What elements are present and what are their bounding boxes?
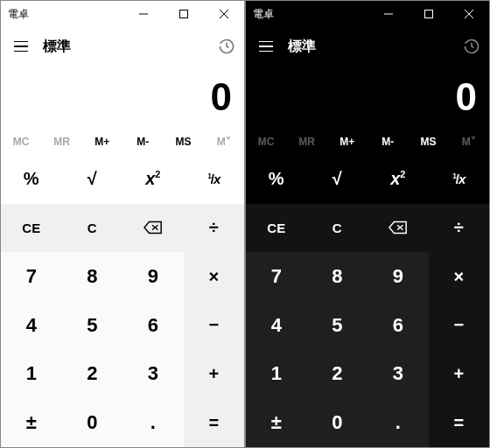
key-7[interactable]: 7	[1, 252, 62, 301]
svg-rect-1	[180, 10, 188, 18]
key-6[interactable]: 6	[368, 301, 429, 350]
mem-list[interactable]: M˅	[204, 129, 244, 155]
keypad: % √ x2 1/x CE C ÷ 7 8 9 × 4 5 6 − 1 2 3 …	[246, 155, 489, 447]
key-divide[interactable]: ÷	[184, 204, 245, 253]
key-ce[interactable]: CE	[1, 204, 62, 253]
display: 0	[246, 66, 489, 129]
mem-mr[interactable]: MR	[286, 129, 326, 155]
key-8[interactable]: 8	[307, 252, 368, 301]
key-multiply[interactable]: ×	[184, 252, 245, 301]
key-5[interactable]: 5	[62, 301, 123, 350]
key-minus[interactable]: −	[184, 301, 245, 350]
key-4[interactable]: 4	[246, 301, 307, 350]
calculator-dark: 電卓 標準 0 MC MR M+ M- MS M˅ % √	[245, 0, 490, 448]
key-equals[interactable]: =	[429, 398, 490, 447]
key-4[interactable]: 4	[1, 301, 62, 350]
key-9[interactable]: 9	[122, 252, 184, 301]
key-plusminus[interactable]: ±	[1, 398, 62, 447]
key-percent[interactable]: %	[246, 155, 307, 204]
key-0[interactable]: 0	[62, 398, 123, 447]
mem-mminus[interactable]: M-	[122, 129, 163, 155]
close-button[interactable]	[449, 1, 489, 27]
key-8[interactable]: 8	[62, 252, 123, 301]
key-plus[interactable]: +	[184, 350, 245, 399]
key-7[interactable]: 7	[246, 252, 307, 301]
key-equals[interactable]: =	[184, 398, 245, 447]
menu-icon[interactable]	[251, 32, 281, 61]
menu-icon[interactable]	[6, 32, 36, 61]
key-plusminus[interactable]: ±	[246, 398, 307, 447]
mode-label: 標準	[43, 38, 71, 56]
key-6[interactable]: 6	[122, 301, 184, 350]
mem-mminus[interactable]: M-	[368, 129, 408, 155]
key-minus[interactable]: −	[429, 301, 490, 350]
key-c[interactable]: C	[307, 204, 368, 253]
key-reciprocal[interactable]: 1/x	[429, 155, 490, 204]
key-5[interactable]: 5	[307, 301, 368, 350]
display: 0	[1, 66, 244, 129]
key-dot[interactable]: .	[368, 398, 429, 447]
window-title: 電卓	[246, 7, 274, 22]
maximize-button[interactable]	[164, 1, 204, 27]
header: 標準	[246, 27, 489, 66]
mem-mplus[interactable]: M+	[327, 129, 368, 155]
mem-mr[interactable]: MR	[41, 129, 81, 155]
history-icon[interactable]	[218, 38, 235, 55]
minimize-button[interactable]	[368, 1, 409, 27]
key-3[interactable]: 3	[368, 350, 429, 399]
key-square[interactable]: x2	[368, 155, 429, 204]
key-sqrt[interactable]: √	[307, 155, 368, 204]
key-dot[interactable]: .	[122, 398, 184, 447]
minimize-button[interactable]	[123, 1, 164, 27]
key-plus[interactable]: +	[429, 350, 490, 399]
key-1[interactable]: 1	[1, 350, 62, 399]
mode-label: 標準	[288, 38, 316, 56]
key-percent[interactable]: %	[1, 155, 62, 204]
key-backspace[interactable]	[122, 204, 184, 253]
mem-ms[interactable]: MS	[408, 129, 448, 155]
memory-row: MC MR M+ M- MS M˅	[246, 129, 489, 155]
key-2[interactable]: 2	[62, 350, 123, 399]
keypad: % √ x2 1/x CE C ÷ 7 8 9 × 4 5 6 − 1 2 3 …	[1, 155, 244, 447]
key-square[interactable]: x2	[122, 155, 184, 204]
key-divide[interactable]: ÷	[429, 204, 490, 253]
close-button[interactable]	[204, 1, 244, 27]
memory-row: MC MR M+ M- MS M˅	[1, 129, 244, 155]
mem-ms[interactable]: MS	[163, 129, 203, 155]
key-sqrt[interactable]: √	[62, 155, 123, 204]
key-2[interactable]: 2	[307, 350, 368, 399]
key-multiply[interactable]: ×	[429, 252, 490, 301]
svg-rect-7	[425, 10, 433, 18]
key-0[interactable]: 0	[307, 398, 368, 447]
titlebar: 電卓	[246, 1, 489, 27]
mem-mc[interactable]: MC	[246, 129, 286, 155]
key-reciprocal[interactable]: 1/x	[184, 155, 245, 204]
mem-mc[interactable]: MC	[1, 129, 41, 155]
mem-mplus[interactable]: M+	[82, 129, 122, 155]
maximize-button[interactable]	[409, 1, 449, 27]
key-c[interactable]: C	[62, 204, 123, 253]
key-3[interactable]: 3	[122, 350, 184, 399]
window-title: 電卓	[1, 7, 29, 22]
calculator-light: 電卓 標準 0 MC MR M+ M- MS M˅ % √	[0, 0, 245, 448]
header: 標準	[1, 27, 244, 66]
key-9[interactable]: 9	[368, 252, 429, 301]
key-backspace[interactable]	[368, 204, 429, 253]
key-1[interactable]: 1	[246, 350, 307, 399]
mem-list[interactable]: M˅	[449, 129, 489, 155]
history-icon[interactable]	[463, 38, 480, 55]
key-ce[interactable]: CE	[246, 204, 307, 253]
titlebar: 電卓	[1, 1, 244, 27]
